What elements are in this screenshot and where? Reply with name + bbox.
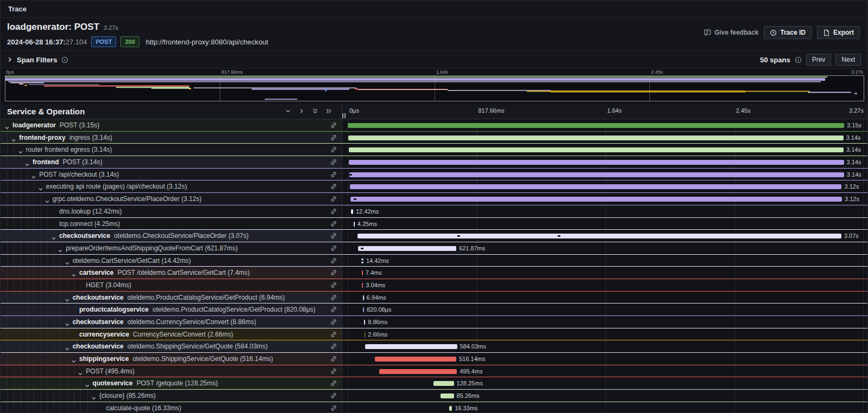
span-name-cell[interactable]: checkoutserviceoteldemo.ProductCatalogSe…: [1, 292, 342, 304]
span-filters-toggle[interactable]: Span Filters: [7, 56, 68, 64]
span-row[interactable]: shippingserviceoteldemo.ShippingService/…: [1, 353, 867, 365]
next-span-button[interactable]: Next: [835, 54, 861, 66]
span-link-icon[interactable]: [330, 232, 337, 242]
span-name-cell[interactable]: currencyserviceCurrencyService/Convert (…: [1, 328, 342, 340]
export-button[interactable]: Export: [817, 26, 860, 39]
chevron-down-icon[interactable]: [71, 270, 76, 279]
span-row[interactable]: productcatalogserviceoteldemo.ProductCat…: [1, 304, 867, 316]
span-timeline-cell[interactable]: 584.03ms: [342, 340, 867, 352]
span-row[interactable]: checkoutserviceoteldemo.ShippingService/…: [1, 340, 867, 353]
span-name-cell[interactable]: POST /api/checkout (3.14s): [1, 169, 342, 180]
chevron-down-icon[interactable]: [44, 197, 50, 205]
span-timeline-cell[interactable]: 3.14s: [342, 132, 867, 144]
span-row[interactable]: prepareOrderItemsAndShippingQuoteFromCar…: [1, 242, 867, 255]
span-bar[interactable]: [354, 222, 355, 227]
span-bar[interactable]: [365, 344, 457, 349]
span-link-icon[interactable]: [330, 367, 337, 377]
span-name-cell[interactable]: dns.lookup (12.42ms): [1, 205, 342, 217]
span-timeline-cell[interactable]: 85.26ms: [342, 390, 867, 402]
span-link-icon[interactable]: [330, 134, 337, 144]
chevron-down-icon[interactable]: [65, 259, 70, 267]
span-name-cell[interactable]: oteldemo.CartService/GetCart (14.42ms): [1, 255, 342, 267]
span-bar[interactable]: [375, 357, 456, 362]
span-bar[interactable]: [363, 295, 364, 300]
span-name-cell[interactable]: frontend-proxyingress (3.14s): [1, 132, 342, 144]
span-timeline-cell[interactable]: 516.14ms: [342, 353, 867, 365]
expand-one-icon[interactable]: [298, 108, 305, 114]
collapse-one-icon[interactable]: [285, 108, 291, 114]
span-name-cell[interactable]: checkoutserviceoteldemo.CurrencyService/…: [1, 316, 342, 328]
span-bar[interactable]: [349, 172, 844, 177]
span-timeline-cell[interactable]: 3.14s: [342, 144, 867, 156]
span-row[interactable]: loadgeneratorPOST (3.15s) 3.15s: [1, 119, 867, 132]
span-link-icon[interactable]: [330, 392, 337, 402]
chevron-down-icon[interactable]: [91, 393, 97, 402]
span-row[interactable]: checkoutserviceoteldemo.ProductCatalogSe…: [1, 292, 867, 304]
span-link-icon[interactable]: [330, 220, 337, 230]
chevron-down-icon[interactable]: [65, 320, 70, 328]
span-name-cell[interactable]: prepareOrderItemsAndShippingQuoteFromCar…: [1, 242, 342, 254]
trace-id-button[interactable]: Trace ID: [764, 26, 812, 39]
span-link-icon[interactable]: [330, 208, 337, 217]
minimap-viewport[interactable]: [5, 75, 863, 101]
span-row[interactable]: POST /api/checkout (3.14s) 3.14s: [1, 169, 867, 181]
span-row[interactable]: grpc.oteldemo.CheckoutService/PlaceOrder…: [1, 193, 867, 205]
collapse-all-icon[interactable]: [312, 108, 318, 114]
span-bar[interactable]: [348, 135, 843, 140]
span-row[interactable]: POST (495.4ms) 495.4ms: [1, 365, 867, 378]
span-name-cell[interactable]: frontendPOST (3.14s): [1, 156, 342, 168]
chevron-down-icon[interactable]: [24, 160, 30, 168]
span-timeline-cell[interactable]: 6.94ms: [342, 292, 867, 304]
span-timeline-cell[interactable]: 16.33ms: [342, 402, 867, 413]
expand-all-icon[interactable]: [326, 108, 332, 114]
span-link-icon[interactable]: [330, 171, 337, 180]
span-link-icon[interactable]: [330, 281, 337, 291]
span-timeline-cell[interactable]: 621.87ms: [342, 242, 867, 254]
span-name-cell[interactable]: grpc.oteldemo.CheckoutService/PlaceOrder…: [1, 193, 342, 205]
span-timeline-cell[interactable]: 3.07s: [342, 230, 867, 242]
span-bar[interactable]: [449, 406, 452, 411]
span-bar[interactable]: [348, 123, 844, 128]
span-link-icon[interactable]: [330, 146, 337, 156]
span-bar[interactable]: [362, 283, 363, 288]
span-link-icon[interactable]: [330, 183, 337, 192]
chevron-down-icon[interactable]: [85, 381, 90, 389]
span-row[interactable]: cartservicePOST /oteldemo.CartService/Ge…: [1, 267, 867, 279]
span-name-cell[interactable]: POST (495.4ms): [1, 365, 342, 377]
span-timeline-cell[interactable]: 3.04ms: [342, 279, 867, 291]
chevron-down-icon[interactable]: [31, 172, 36, 180]
span-row[interactable]: checkoutserviceoteldemo.CheckoutService/…: [1, 230, 867, 242]
span-link-icon[interactable]: [330, 404, 337, 413]
span-timeline-cell[interactable]: 12.42ms: [342, 205, 867, 217]
prev-span-button[interactable]: Prev: [806, 54, 832, 66]
span-bar[interactable]: [364, 320, 366, 325]
span-bar[interactable]: [365, 332, 366, 337]
span-link-icon[interactable]: [330, 331, 337, 340]
span-timeline-cell[interactable]: 3.12s: [342, 180, 867, 192]
span-row[interactable]: HGET (3.04ms) 3.04ms: [1, 279, 867, 292]
span-timeline-cell[interactable]: 3.15s: [342, 119, 867, 131]
span-timeline-cell[interactable]: 14.42ms: [342, 255, 867, 267]
span-bar[interactable]: [362, 270, 363, 275]
span-bar[interactable]: [379, 369, 457, 374]
chevron-down-icon[interactable]: [65, 295, 70, 304]
span-bar[interactable]: [363, 307, 364, 312]
span-timeline-cell[interactable]: 495.4ms: [342, 365, 867, 377]
span-row[interactable]: frontend-proxyingress (3.14s) 3.14s: [1, 132, 867, 144]
span-link-icon[interactable]: [330, 195, 337, 205]
span-timeline-cell[interactable]: 3.14s: [342, 156, 867, 168]
span-name-cell[interactable]: {closure} (85.26ms): [1, 390, 342, 402]
chevron-down-icon[interactable]: [51, 234, 56, 242]
span-row[interactable]: oteldemo.CartService/GetCart (14.42ms) 1…: [1, 255, 867, 267]
span-name-cell[interactable]: checkoutserviceoteldemo.ShippingService/…: [1, 340, 342, 352]
span-timeline-cell[interactable]: 2.66ms: [342, 328, 867, 340]
chevron-down-icon[interactable]: [65, 344, 70, 352]
chevron-down-icon[interactable]: [58, 246, 63, 254]
span-row[interactable]: currencyserviceCurrencyService/Convert (…: [1, 328, 867, 341]
span-row[interactable]: tcp.connect (4.25ms) 4.25ms: [1, 218, 867, 230]
span-link-icon[interactable]: [330, 257, 337, 267]
span-bar[interactable]: [350, 197, 842, 202]
span-row[interactable]: checkoutserviceoteldemo.CurrencyService/…: [1, 316, 867, 328]
span-bar[interactable]: [441, 393, 454, 398]
span-row[interactable]: {closure} (85.26ms) 85.26ms: [1, 390, 867, 402]
